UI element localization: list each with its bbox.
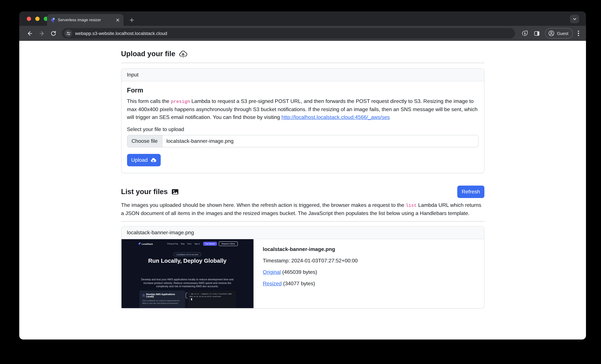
refresh-button[interactable]: Refresh xyxy=(457,186,484,198)
reload-icon[interactable] xyxy=(49,29,58,38)
list-section-title: List your files xyxy=(121,188,179,196)
banner-nav-item: Blog xyxy=(181,243,184,245)
banner-badge: LocalStack v3.0 is out now! xyxy=(173,252,201,256)
choose-file-button[interactable]: Choose file xyxy=(127,135,162,147)
close-window-button[interactable] xyxy=(27,17,31,21)
upload-button[interactable]: Upload xyxy=(127,154,161,166)
back-icon[interactable] xyxy=(25,29,34,38)
banner-feature-text: Use LocalStack as a drop-in replacement … xyxy=(142,299,181,304)
upload-description: This form calls the presign Lambda to re… xyxy=(127,97,478,121)
ses-link[interactable]: http://localhost.localstack.cloud:4566/_… xyxy=(281,114,390,120)
resized-size: (34077 bytes) xyxy=(282,281,315,286)
file-thumbnail: LocalStack Pricing & Faq Blog Docs Sign … xyxy=(121,239,254,308)
banner-nav: LocalStack Pricing & Faq Blog Docs Sign … xyxy=(138,242,238,246)
url-text: webapp.s3-website.localhost.localstack.c… xyxy=(75,31,167,36)
banner-headline: Run Locally, Deploy Globally xyxy=(121,257,253,264)
site-settings-icon[interactable] xyxy=(64,30,72,37)
original-link[interactable]: Original xyxy=(263,269,281,275)
person-icon xyxy=(548,30,555,37)
banner-nav-get-started: Get Started xyxy=(203,242,217,246)
forward-icon[interactable] xyxy=(37,29,46,38)
banner-subtext: Develop and test your AWS applications l… xyxy=(140,278,235,288)
banner-brand: LocalStack xyxy=(138,242,153,245)
banner-feature-title: Develop AWS Applications Locally xyxy=(146,293,182,298)
banner-nav-item: Pricing & Faq xyxy=(167,243,178,245)
profile-button[interactable]: Guest xyxy=(545,28,573,39)
tab-search-chevron-icon[interactable] xyxy=(570,15,579,23)
list-code: list xyxy=(406,203,417,208)
localstack-logo-icon xyxy=(138,242,140,245)
upload-card: Input Form This form calls the presign L… xyxy=(121,68,484,173)
file-select-label: Select your file to upload xyxy=(127,126,478,132)
file-card: localstack-banner-image.png xyxy=(121,226,484,308)
banner-feature-card: Develop AWS Applications Locally Use Loc… xyxy=(139,291,185,308)
tab-title: Serverless image resizer xyxy=(58,18,115,22)
file-input[interactable]: Choose file localstack-banner-image.png xyxy=(127,135,478,147)
localstack-favicon-icon xyxy=(50,18,55,22)
traffic-lights xyxy=(27,17,48,21)
profile-label: Guest xyxy=(557,31,568,36)
file-timestamp: Timestamp: 2024-01-03T07:27:52+00:00 xyxy=(263,258,475,264)
original-size: (465039 bytes) xyxy=(281,269,317,275)
divider xyxy=(121,221,484,222)
presign-code: presign xyxy=(171,99,190,104)
image-icon xyxy=(171,188,179,196)
tab-close-icon[interactable] xyxy=(115,17,120,22)
cloud-upload-outline-icon xyxy=(179,49,188,58)
url-bar[interactable]: webapp.s3-website.localhost.localstack.c… xyxy=(62,28,515,39)
list-description: The images you uploaded should be shown … xyxy=(121,201,484,217)
resized-link[interactable]: Resized xyxy=(263,281,282,286)
minimize-window-button[interactable] xyxy=(35,17,40,21)
file-card-header: localstack-banner-image.png xyxy=(121,226,484,239)
upload-section-title: Upload your file xyxy=(121,49,484,58)
side-panel-icon[interactable] xyxy=(532,29,541,38)
browser-menu-icon[interactable] xyxy=(576,29,581,38)
banner-feature-icon xyxy=(142,294,145,297)
banner-nav-item: Docs xyxy=(187,243,191,245)
upload-card-header: Input xyxy=(121,69,484,81)
banner-terminal: > aws s3 ls --endpoint-url http://localh… xyxy=(187,291,236,308)
divider xyxy=(121,63,484,63)
file-input-value: localstack-banner-image.png xyxy=(162,135,238,147)
browser-window: Serverless image resizer xyxy=(19,11,586,340)
energy-saver-icon[interactable] xyxy=(521,29,529,38)
banner-nav-request-demo: Request a Demo xyxy=(219,242,238,246)
page-content: Upload your file Input Form This form ca… xyxy=(19,41,586,340)
file-details: localstack-banner-image.png Timestamp: 2… xyxy=(254,239,484,308)
new-tab-button[interactable] xyxy=(128,16,136,24)
browser-tab[interactable]: Serverless image resizer xyxy=(47,14,123,26)
form-title: Form xyxy=(127,87,478,94)
file-name: localstack-banner-image.png xyxy=(263,246,475,252)
tab-strip: Serverless image resizer xyxy=(19,11,586,26)
banner-nav-item: Sign in xyxy=(194,243,200,245)
browser-toolbar: webapp.s3-website.localhost.localstack.c… xyxy=(19,26,586,41)
cloud-upload-fill-icon xyxy=(150,157,156,163)
